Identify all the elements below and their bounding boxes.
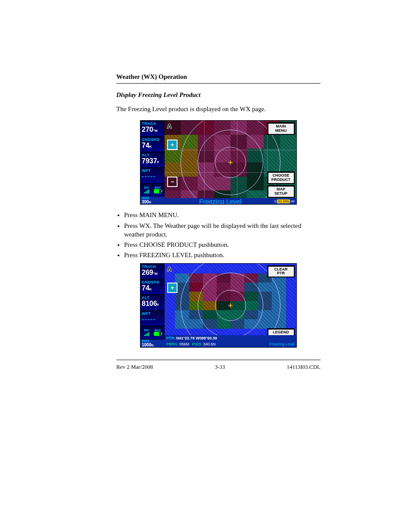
subsection-title: Display Freezing Level Product (116, 91, 321, 99)
ownship-icon (227, 159, 234, 166)
alt-unit: F (157, 160, 159, 164)
battery-icon (154, 332, 162, 336)
rng-value: 300 (142, 199, 149, 204)
gndspd-value: 74 (142, 284, 149, 292)
section-title: Weather (WX) Operation (116, 73, 321, 81)
wpt-value: ----- (142, 173, 163, 180)
main-menu-button[interactable]: MAINMENU (267, 122, 295, 135)
list-item: Press FREEZING LEVEL pushbutton. (124, 251, 321, 259)
battery-icon (154, 189, 162, 193)
list-item: Press MAIN MENU. (124, 211, 321, 219)
track-value: 270 (142, 126, 153, 133)
north-arrow-icon: Λ (167, 122, 171, 130)
track-unit: °M (153, 129, 158, 133)
wx-status-label: WX (142, 186, 151, 189)
signal-icon (142, 189, 151, 193)
list-item: Press CHOOSE PRODUCT pushbutton. (124, 240, 321, 249)
kmd250-screenshot-2: TRACK 269°M GNDSPD 74K ALT 8106F WPT ---… (140, 263, 297, 348)
ptr-value: N41°22.78 W088°50.39 (176, 336, 217, 340)
alt-label: ALT (142, 153, 163, 157)
pbrg-value: 059M (180, 342, 190, 346)
alt-value: 8106 (142, 300, 157, 307)
bat-status-label: BAT (153, 186, 162, 189)
map-area[interactable]: Λ + CLEARPTR LEGEND PTR: N41°22.78 W088°… (165, 264, 296, 347)
gndspd-unit: K (149, 287, 152, 291)
choose-product-button[interactable]: CHOOSEPRODUCT (267, 171, 295, 184)
rng-unit: N (149, 201, 151, 204)
rule-bottom (116, 360, 321, 360)
zoom-in-button[interactable]: + (167, 140, 177, 150)
rng-unit: N (151, 344, 153, 347)
gndspd-label: GNDSPD (142, 137, 163, 142)
zoom-in-button[interactable]: + (167, 283, 177, 293)
alt-value: 7937 (142, 157, 157, 165)
map-area[interactable]: Λ + − MAINMENU CHOOSEPRODUCT MAPSETUP Fr… (165, 121, 296, 204)
kmd250-screenshot-1: TRACK 270°M GNDSPD 74K ALT 7937F WPT ---… (140, 120, 297, 205)
data-age-badge: 0 83 MIN 99 (274, 199, 295, 203)
wpt-label: WPT (142, 168, 163, 173)
clear-ptr-button[interactable]: CLEARPTR (267, 265, 295, 278)
footer-right: 14113I03.CDL (286, 364, 321, 370)
gndspd-unit: K (149, 145, 152, 149)
wpt-value: ----- (142, 316, 163, 323)
wx-status-label: WX (142, 329, 151, 332)
pdis-value: 340.5N (203, 342, 216, 346)
track-value: 269 (142, 269, 153, 276)
pbrg-label: PBRG: (166, 342, 178, 346)
telemetry-panel: TRACK 270°M GNDSPD 74K ALT 7937F WPT ---… (140, 121, 165, 204)
bat-status-label: BAT (153, 329, 162, 332)
wpt-label: WPT (142, 311, 163, 316)
signal-icon (142, 332, 151, 336)
north-arrow-icon: Λ (167, 265, 171, 273)
alt-label: ALT (142, 296, 163, 300)
ptr-label: PTR: (166, 336, 175, 340)
ownship-icon (227, 302, 234, 309)
intro-paragraph: The Freezing Level product is displayed … (116, 105, 321, 113)
product-title: Freezing Level (199, 198, 241, 205)
telemetry-panel: TRACK 269°M GNDSPD 74K ALT 8106F WPT ---… (140, 264, 165, 347)
zoom-out-button[interactable]: − (167, 177, 177, 187)
gndspd-value: 74 (142, 142, 149, 149)
track-label: TRACK (142, 121, 163, 126)
alt-unit: F (157, 303, 159, 307)
gndspd-label: GNDSPD (142, 280, 163, 284)
page-number: 3-33 (215, 364, 225, 370)
map-setup-button[interactable]: MAPSETUP (267, 185, 295, 198)
product-title: Freezing Level (269, 342, 295, 346)
pdis-label: PDIS: (192, 342, 202, 346)
track-unit: °M (153, 272, 158, 276)
list-item: Press WX. The Weather page will be displ… (124, 221, 321, 239)
rule-top (116, 83, 321, 84)
footer-left: Rev 2 Mar/2008 (116, 364, 153, 370)
track-label: TRACK (142, 264, 163, 269)
procedure-steps: Press MAIN MENU. Press WX. The Weather p… (116, 211, 321, 259)
rng-value: 1000 (142, 342, 151, 347)
